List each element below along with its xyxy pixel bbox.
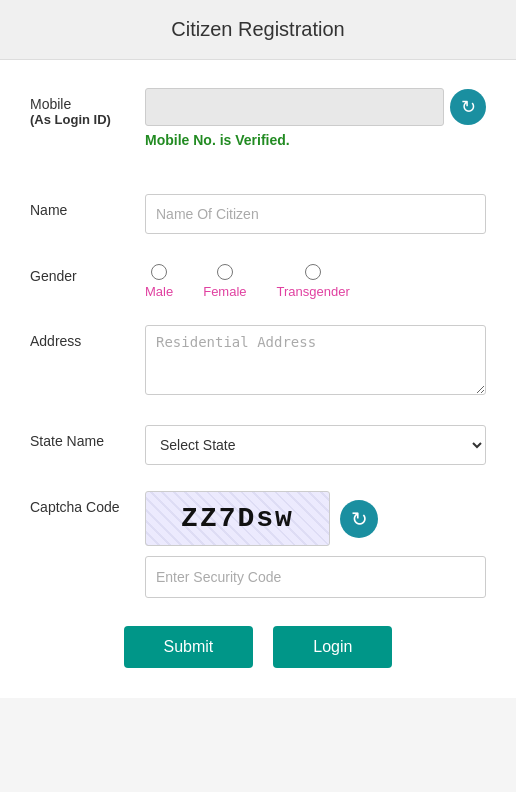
captcha-wrap: ZZ7Dsw ↻ xyxy=(145,491,486,546)
state-label: State Name xyxy=(30,425,145,449)
address-label: Address xyxy=(30,325,145,349)
gender-male: Male xyxy=(145,264,173,299)
gender-transgender: Transgender xyxy=(277,264,350,299)
gender-female: Female xyxy=(203,264,246,299)
name-input[interactable] xyxy=(145,194,486,234)
captcha-refresh-icon: ↻ xyxy=(351,507,368,531)
captcha-label: Captcha Code xyxy=(30,491,145,515)
submit-button[interactable]: Submit xyxy=(124,626,254,668)
captcha-field-content: ZZ7Dsw ↻ xyxy=(145,491,486,598)
gender-transgender-radio[interactable] xyxy=(305,264,321,280)
gender-field-row: Gender Male Female Transgender xyxy=(30,252,486,299)
security-code-input[interactable] xyxy=(145,556,486,598)
gender-female-label: Female xyxy=(203,284,246,299)
captcha-text: ZZ7Dsw xyxy=(181,503,294,534)
mobile-label: Mobile (As Login ID) xyxy=(30,88,145,127)
mobile-input-wrap: ↻ xyxy=(145,88,486,126)
name-field-content xyxy=(145,194,486,234)
gender-male-label: Male xyxy=(145,284,173,299)
captcha-image: ZZ7Dsw xyxy=(145,491,330,546)
mobile-field-row: Mobile (As Login ID) ↻ Mobile No. is Ver… xyxy=(30,80,486,148)
state-select[interactable]: Select State Andhra Pradesh Karnataka Ma… xyxy=(145,425,486,465)
gender-field-content: Male Female Transgender xyxy=(145,260,486,299)
gender-label: Gender xyxy=(30,260,145,284)
verified-status: Mobile No. is Verified. xyxy=(145,132,486,148)
refresh-icon: ↻ xyxy=(461,98,476,116)
login-button[interactable]: Login xyxy=(273,626,392,668)
captcha-refresh-button[interactable]: ↻ xyxy=(340,500,378,538)
registration-form: Mobile (As Login ID) ↻ Mobile No. is Ver… xyxy=(0,60,516,698)
state-field-row: State Name Select State Andhra Pradesh K… xyxy=(30,417,486,465)
page-title: Citizen Registration xyxy=(171,18,344,40)
mobile-refresh-button[interactable]: ↻ xyxy=(450,89,486,125)
address-field-content xyxy=(145,325,486,399)
gender-transgender-label: Transgender xyxy=(277,284,350,299)
gender-male-radio[interactable] xyxy=(151,264,167,280)
address-field-row: Address xyxy=(30,317,486,399)
mobile-input[interactable] xyxy=(145,88,444,126)
gender-female-radio[interactable] xyxy=(217,264,233,280)
gender-options: Male Female Transgender xyxy=(145,260,486,299)
address-input[interactable] xyxy=(145,325,486,395)
name-field-row: Name xyxy=(30,186,486,234)
page-header: Citizen Registration xyxy=(0,0,516,60)
state-field-content: Select State Andhra Pradesh Karnataka Ma… xyxy=(145,425,486,465)
form-buttons: Submit Login xyxy=(30,626,486,668)
mobile-field-content: ↻ Mobile No. is Verified. xyxy=(145,88,486,148)
name-label: Name xyxy=(30,194,145,218)
captcha-field-row: Captcha Code ZZ7Dsw ↻ xyxy=(30,483,486,598)
